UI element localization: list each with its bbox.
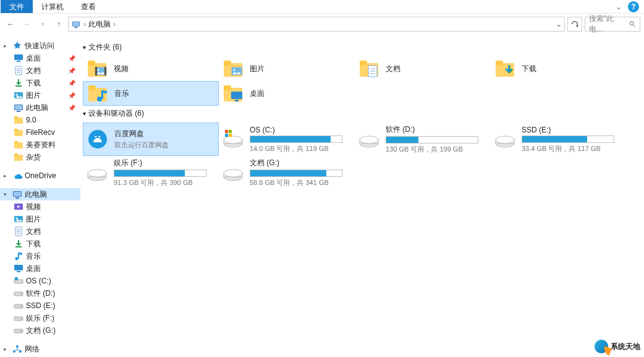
search-icon	[629, 20, 636, 28]
drive-label: 软件 (D:)	[386, 124, 487, 135]
search-placeholder: 搜索"此电...	[589, 14, 624, 35]
tree-item[interactable]: 桌面	[0, 262, 80, 275]
svg-line-38	[633, 25, 635, 27]
tree-item[interactable]: 娱乐 (F:)	[0, 312, 80, 324]
pc-icon	[71, 20, 81, 28]
onedrive-icon	[12, 171, 22, 181]
search-box[interactable]: 搜索"此电...	[585, 17, 640, 32]
menu-computer[interactable]: 计算机	[33, 0, 72, 13]
drive-item[interactable]: 软件 (D:)130 GB 可用，共 199 GB	[355, 123, 491, 156]
picture-icon	[14, 90, 23, 100]
address-location: 此电脑	[88, 19, 111, 30]
address-bar[interactable]: › 此电脑 › ⌄	[68, 17, 565, 32]
tree-item[interactable]: 杂货	[0, 151, 80, 163]
svg-rect-53	[231, 92, 242, 99]
folder-label: 文档	[386, 64, 400, 74]
folder-label: 下载	[522, 64, 536, 74]
tree-network[interactable]: ▸网络	[0, 343, 80, 355]
group-folders-header[interactable]: ▾文件夹 (6)	[83, 42, 639, 53]
tree-onedrive[interactable]: ▸OneDrive	[0, 170, 80, 182]
drive-sub: 130 GB 可用，共 199 GB	[386, 145, 487, 154]
folder-item[interactable]: 视频	[83, 56, 219, 81]
nav-up-icon[interactable]: ↑	[52, 17, 66, 31]
menu-file[interactable]: 文件	[1, 0, 33, 13]
help-icon[interactable]: ?	[628, 1, 639, 12]
tree-quick-access[interactable]: ▸快速访问	[0, 40, 80, 52]
pc-icon	[12, 189, 22, 199]
tree-item[interactable]: 下载	[0, 238, 80, 250]
usage-bar	[386, 136, 478, 144]
pin-icon: 📌	[68, 92, 75, 99]
tree-item[interactable]: 音乐	[0, 250, 80, 262]
tree-item[interactable]: 9.0	[0, 114, 80, 126]
desktop-icon	[14, 53, 23, 63]
pin-icon: 📌	[68, 80, 75, 87]
tree-item[interactable]: 此电脑📌	[0, 101, 80, 114]
folder-item[interactable]: 文档	[355, 56, 491, 81]
nav-history-icon[interactable]: ▾	[36, 17, 49, 31]
folder-item[interactable]: 音乐	[83, 81, 219, 106]
tree-item[interactable]: 软件 (D:)	[0, 287, 80, 299]
tree-item[interactable]: 美赛资料	[0, 139, 80, 151]
tree-item[interactable]: 桌面📌	[0, 52, 80, 64]
tree-item[interactable]: 下载📌	[0, 77, 80, 89]
tree-item[interactable]: SSD (E:)	[0, 299, 80, 312]
drive-item[interactable]: 娱乐 (F:)91.3 GB 可用，共 390 GB	[83, 156, 219, 189]
download-icon	[494, 58, 515, 79]
winvol-icon	[222, 129, 244, 150]
refresh-button[interactable]	[567, 17, 582, 32]
folder-label: 桌面	[250, 88, 265, 99]
drive-icon	[358, 129, 379, 150]
tree-item[interactable]: FileRecv	[0, 126, 80, 139]
download-icon	[14, 239, 23, 249]
folder-item[interactable]: 图片	[219, 56, 355, 81]
tree-item[interactable]: 图片📌	[0, 89, 80, 101]
drive-label: SSD (E:)	[522, 126, 623, 134]
baidu-icon	[87, 129, 108, 150]
drive-label: 娱乐 (F:)	[114, 158, 215, 168]
nav-back-icon[interactable]: ←	[4, 17, 17, 31]
tree-item[interactable]: OS (C:)	[0, 275, 80, 287]
folder-label: 音乐	[114, 88, 129, 99]
drive-item[interactable]: SSD (E:)33.4 GB 可用，共 117 GB	[491, 123, 627, 156]
usage-bar	[250, 170, 342, 177]
drive-sub: 双击运行百度网盘	[114, 140, 214, 150]
ribbon-expand-icon[interactable]: ⌄	[612, 0, 625, 13]
folder-icon	[14, 127, 23, 137]
usage-bar	[522, 135, 614, 143]
svg-rect-42	[95, 67, 97, 75]
music-icon	[14, 251, 23, 261]
tree-this-pc[interactable]: ▾此电脑	[0, 188, 80, 200]
folder-item[interactable]: 下载	[491, 56, 627, 81]
nav-tree: ▸快速访问桌面📌文档📌下载📌图片📌此电脑📌9.0FileRecv美赛资料杂货▸O…	[0, 35, 80, 357]
svg-point-51	[97, 97, 102, 101]
drive-sub: 14.0 GB 可用，共 119 GB	[250, 144, 351, 153]
folder-icon	[14, 140, 23, 150]
menu-view[interactable]: 查看	[72, 0, 104, 13]
svg-point-46	[234, 69, 235, 71]
address-dropdown-icon[interactable]: ⌄	[556, 20, 562, 28]
tree-item[interactable]: 文档 (G:)	[0, 324, 80, 337]
picture-icon	[14, 214, 23, 224]
folder-item[interactable]: 桌面	[219, 81, 355, 106]
drive-label: 百度网盘	[114, 129, 214, 139]
tree-item[interactable]: 视频	[0, 200, 80, 213]
svg-rect-54	[235, 100, 239, 101]
tree-item[interactable]: 文档📌	[0, 64, 80, 77]
content-pane: ▾文件夹 (6) 视频图片文档下载音乐桌面 ▾设备和驱动器 (6) 百度网盘双击…	[80, 35, 644, 357]
video-icon	[14, 202, 23, 212]
group-drives-header[interactable]: ▾设备和驱动器 (6)	[83, 108, 639, 119]
drive-item[interactable]: 百度网盘双击运行百度网盘	[83, 123, 219, 156]
nav-forward-icon: →	[20, 17, 33, 31]
drive-item[interactable]: 文档 (G:)58.8 GB 可用，共 341 GB	[219, 156, 355, 189]
drive-label: OS (C:)	[250, 126, 351, 134]
drive-sub: 91.3 GB 可用，共 390 GB	[114, 178, 215, 187]
pc-icon	[14, 103, 23, 113]
desktop-icon	[14, 264, 23, 273]
drive-item[interactable]: OS (C:)14.0 GB 可用，共 119 GB	[219, 123, 355, 156]
music-icon	[87, 83, 108, 104]
tree-item[interactable]: 文档	[0, 225, 80, 238]
download-icon	[14, 78, 23, 88]
pin-icon: 📌	[68, 105, 75, 111]
tree-item[interactable]: 图片	[0, 213, 80, 225]
